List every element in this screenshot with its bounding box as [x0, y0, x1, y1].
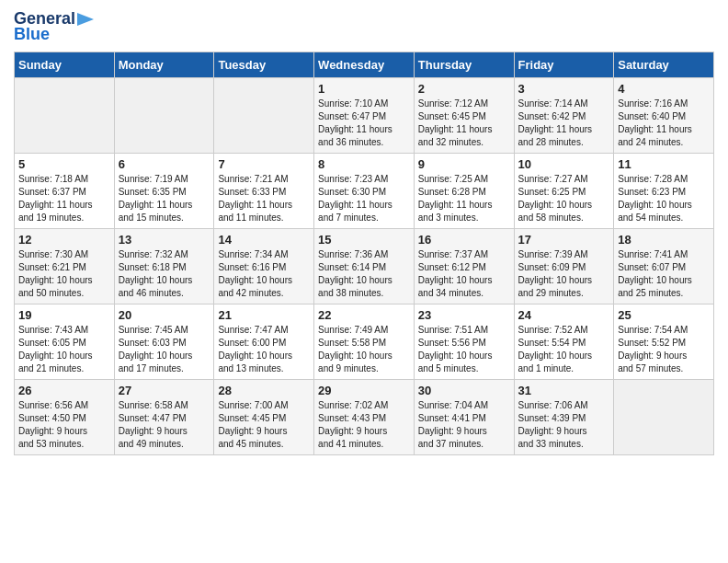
day-info: Sunrise: 7:21 AM Sunset: 6:33 PM Dayligh… — [218, 173, 310, 224]
day-info: Sunrise: 7:14 AM Sunset: 6:42 PM Dayligh… — [518, 98, 610, 149]
day-info: Sunrise: 7:18 AM Sunset: 6:37 PM Dayligh… — [18, 173, 110, 224]
day-info: Sunrise: 7:43 AM Sunset: 6:05 PM Dayligh… — [18, 324, 110, 375]
day-info: Sunrise: 7:36 AM Sunset: 6:14 PM Dayligh… — [318, 248, 410, 300]
day-number: 31 — [518, 384, 610, 397]
day-info: Sunrise: 7:10 AM Sunset: 6:47 PM Dayligh… — [318, 98, 410, 149]
day-number: 23 — [418, 308, 510, 322]
calendar-cell: 25Sunrise: 7:54 AM Sunset: 5:52 PM Dayli… — [614, 304, 714, 380]
day-number: 17 — [518, 233, 610, 247]
day-number: 27 — [119, 384, 210, 397]
day-info: Sunrise: 7:16 AM Sunset: 6:40 PM Dayligh… — [618, 98, 710, 149]
day-number: 13 — [119, 233, 210, 247]
day-number: 19 — [18, 308, 110, 322]
day-number: 7 — [218, 157, 310, 171]
calendar-week-row: 26Sunrise: 6:56 AM Sunset: 4:50 PM Dayli… — [15, 380, 714, 455]
calendar-cell: 27Sunrise: 6:58 AM Sunset: 4:47 PM Dayli… — [114, 380, 214, 455]
day-info: Sunrise: 7:49 AM Sunset: 5:58 PM Dayligh… — [318, 324, 410, 375]
calendar-cell: 5Sunrise: 7:18 AM Sunset: 6:37 PM Daylig… — [15, 154, 115, 229]
day-number: 4 — [618, 82, 710, 96]
day-number: 14 — [218, 233, 310, 247]
header-wednesday: Wednesday — [314, 52, 415, 78]
day-number: 21 — [218, 308, 310, 322]
calendar-cell — [214, 78, 314, 154]
day-info: Sunrise: 7:12 AM Sunset: 6:45 PM Dayligh… — [418, 98, 510, 149]
day-info: Sunrise: 7:19 AM Sunset: 6:35 PM Dayligh… — [119, 173, 210, 224]
day-number: 26 — [18, 384, 110, 397]
calendar-cell: 10Sunrise: 7:27 AM Sunset: 6:25 PM Dayli… — [514, 154, 614, 229]
calendar-cell: 21Sunrise: 7:47 AM Sunset: 6:00 PM Dayli… — [214, 304, 314, 380]
calendar-cell: 4Sunrise: 7:16 AM Sunset: 6:40 PM Daylig… — [614, 78, 714, 154]
day-info: Sunrise: 6:58 AM Sunset: 4:47 PM Dayligh… — [119, 399, 210, 451]
header-thursday: Thursday — [414, 52, 514, 78]
calendar-week-row: 1Sunrise: 7:10 AM Sunset: 6:47 PM Daylig… — [15, 78, 714, 154]
calendar-cell: 23Sunrise: 7:51 AM Sunset: 5:56 PM Dayli… — [414, 304, 514, 380]
logo: General Blue — [14, 9, 96, 44]
calendar-week-row: 5Sunrise: 7:18 AM Sunset: 6:37 PM Daylig… — [15, 154, 714, 229]
day-number: 18 — [618, 233, 710, 247]
calendar-cell: 26Sunrise: 6:56 AM Sunset: 4:50 PM Dayli… — [15, 380, 115, 455]
calendar-cell: 13Sunrise: 7:32 AM Sunset: 6:18 PM Dayli… — [114, 229, 214, 304]
calendar-cell: 29Sunrise: 7:02 AM Sunset: 4:43 PM Dayli… — [314, 380, 415, 455]
calendar-cell: 24Sunrise: 7:52 AM Sunset: 5:54 PM Dayli… — [514, 304, 614, 380]
day-number: 16 — [418, 233, 510, 247]
calendar-cell: 31Sunrise: 7:06 AM Sunset: 4:39 PM Dayli… — [514, 380, 614, 455]
calendar-header-row: SundayMondayTuesdayWednesdayThursdayFrid… — [15, 52, 714, 78]
day-info: Sunrise: 7:04 AM Sunset: 4:41 PM Dayligh… — [418, 399, 510, 451]
calendar-cell: 2Sunrise: 7:12 AM Sunset: 6:45 PM Daylig… — [414, 78, 514, 154]
day-number: 3 — [518, 82, 610, 96]
calendar-cell: 30Sunrise: 7:04 AM Sunset: 4:41 PM Dayli… — [414, 380, 514, 455]
day-number: 12 — [18, 233, 110, 247]
calendar-cell — [15, 78, 115, 154]
calendar-table: SundayMondayTuesdayWednesdayThursdayFrid… — [14, 52, 714, 455]
calendar-cell: 6Sunrise: 7:19 AM Sunset: 6:35 PM Daylig… — [114, 154, 214, 229]
day-info: Sunrise: 6:56 AM Sunset: 4:50 PM Dayligh… — [18, 399, 110, 451]
calendar-cell: 8Sunrise: 7:23 AM Sunset: 6:30 PM Daylig… — [314, 154, 415, 229]
svg-marker-0 — [77, 13, 94, 26]
day-number: 11 — [618, 157, 710, 171]
day-info: Sunrise: 7:52 AM Sunset: 5:54 PM Dayligh… — [518, 324, 610, 375]
day-number: 8 — [318, 157, 410, 171]
day-number: 28 — [218, 384, 310, 397]
day-number: 29 — [318, 384, 410, 397]
day-info: Sunrise: 7:54 AM Sunset: 5:52 PM Dayligh… — [618, 324, 710, 375]
calendar-cell — [614, 380, 714, 455]
page-header: General Blue — [14, 9, 714, 44]
header-sunday: Sunday — [15, 52, 115, 78]
day-info: Sunrise: 7:51 AM Sunset: 5:56 PM Dayligh… — [418, 324, 510, 375]
day-number: 10 — [518, 157, 610, 171]
day-info: Sunrise: 7:41 AM Sunset: 6:07 PM Dayligh… — [618, 248, 710, 300]
calendar-cell: 14Sunrise: 7:34 AM Sunset: 6:16 PM Dayli… — [214, 229, 314, 304]
header-monday: Monday — [114, 52, 214, 78]
calendar-cell: 11Sunrise: 7:28 AM Sunset: 6:23 PM Dayli… — [614, 154, 714, 229]
day-info: Sunrise: 7:32 AM Sunset: 6:18 PM Dayligh… — [119, 248, 210, 300]
header-friday: Friday — [514, 52, 614, 78]
day-number: 2 — [418, 82, 510, 96]
day-number: 22 — [318, 308, 410, 322]
day-info: Sunrise: 7:34 AM Sunset: 6:16 PM Dayligh… — [218, 248, 310, 300]
day-info: Sunrise: 7:00 AM Sunset: 4:45 PM Dayligh… — [218, 399, 310, 451]
day-number: 24 — [518, 308, 610, 322]
day-number: 25 — [618, 308, 710, 322]
day-number: 15 — [318, 233, 410, 247]
header-saturday: Saturday — [614, 52, 714, 78]
header-tuesday: Tuesday — [214, 52, 314, 78]
day-info: Sunrise: 7:02 AM Sunset: 4:43 PM Dayligh… — [318, 399, 410, 451]
calendar-cell: 3Sunrise: 7:14 AM Sunset: 6:42 PM Daylig… — [514, 78, 614, 154]
day-info: Sunrise: 7:39 AM Sunset: 6:09 PM Dayligh… — [518, 248, 610, 300]
calendar-cell: 1Sunrise: 7:10 AM Sunset: 6:47 PM Daylig… — [314, 78, 415, 154]
calendar-cell: 28Sunrise: 7:00 AM Sunset: 4:45 PM Dayli… — [214, 380, 314, 455]
day-info: Sunrise: 7:25 AM Sunset: 6:28 PM Dayligh… — [418, 173, 510, 224]
calendar-week-row: 12Sunrise: 7:30 AM Sunset: 6:21 PM Dayli… — [15, 229, 714, 304]
day-number: 6 — [119, 157, 210, 171]
calendar-cell: 18Sunrise: 7:41 AM Sunset: 6:07 PM Dayli… — [614, 229, 714, 304]
calendar-cell: 9Sunrise: 7:25 AM Sunset: 6:28 PM Daylig… — [414, 154, 514, 229]
day-info: Sunrise: 7:23 AM Sunset: 6:30 PM Dayligh… — [318, 173, 410, 224]
logo-text-blue: Blue — [14, 25, 50, 44]
day-number: 1 — [318, 82, 410, 96]
day-info: Sunrise: 7:27 AM Sunset: 6:25 PM Dayligh… — [518, 173, 610, 224]
day-info: Sunrise: 7:28 AM Sunset: 6:23 PM Dayligh… — [618, 173, 710, 224]
day-number: 20 — [119, 308, 210, 322]
calendar-cell: 22Sunrise: 7:49 AM Sunset: 5:58 PM Dayli… — [314, 304, 415, 380]
day-info: Sunrise: 7:37 AM Sunset: 6:12 PM Dayligh… — [418, 248, 510, 300]
day-info: Sunrise: 7:47 AM Sunset: 6:00 PM Dayligh… — [218, 324, 310, 375]
